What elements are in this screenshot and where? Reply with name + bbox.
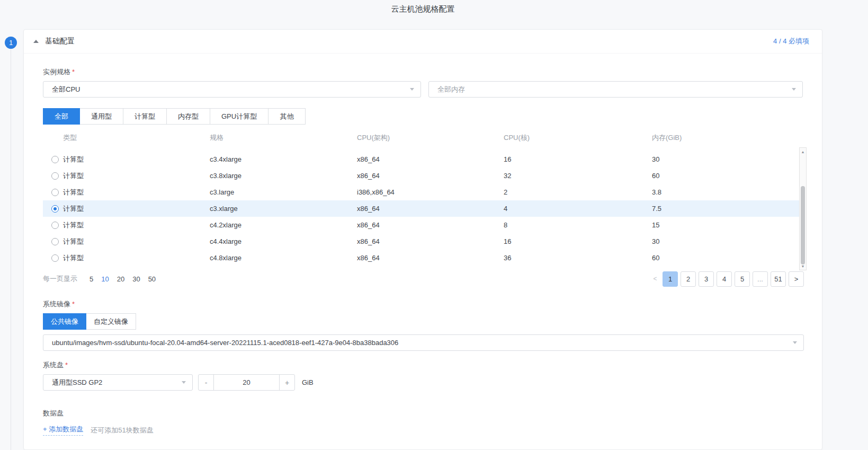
spec-cell: c4.4xlarge	[210, 237, 357, 245]
chevron-down-icon	[410, 88, 414, 91]
radio-button[interactable]	[51, 156, 59, 163]
radio-button[interactable]	[51, 254, 59, 262]
radio-button[interactable]	[51, 238, 59, 245]
system-image-label-text: 系统镜像	[43, 300, 70, 308]
table-column-header: 规格	[210, 133, 357, 143]
section-title: 基础配置	[45, 37, 75, 46]
pagination-ellipsis[interactable]: ...	[753, 271, 768, 287]
spec-tab-3[interactable]: 内存型	[167, 108, 210, 125]
table-row[interactable]: 计算型c3.largei386,x86_6423.8	[43, 184, 799, 200]
spec-filters: 全部CPU 全部内存	[43, 81, 803, 98]
table-column-header: CPU(核)	[504, 133, 652, 143]
spec-tab-2[interactable]: 计算型	[123, 108, 167, 125]
spec-tab-1[interactable]: 通用型	[80, 108, 123, 125]
add-data-disk-link[interactable]: + 添加数据盘	[43, 425, 83, 436]
cpu-cell: 16	[504, 155, 652, 163]
spec-cell: c3.xlarge	[210, 205, 357, 213]
spec-cell: c3.8xlarge	[210, 172, 357, 180]
mem-cell: 30	[652, 237, 799, 245]
system-image-select[interactable]: ubuntu/images/hvm-ssd/ubuntu-focal-20.04…	[43, 334, 804, 351]
pager: <12345...51>	[650, 271, 804, 287]
basic-config-card: 基础配置 4 / 4 必填项 实例规格* 全部CPU 全部内存 全部通用型计算型…	[23, 29, 822, 450]
spec-cell: c3.large	[210, 188, 357, 196]
type-cell: 计算型	[43, 237, 210, 246]
mem-cell: 60	[652, 172, 799, 180]
radio-button[interactable]	[51, 205, 59, 213]
required-asterisk: *	[65, 361, 68, 369]
system-image-label: 系统镜像*	[43, 299, 803, 309]
image-tab-0[interactable]: 公共镜像	[43, 313, 86, 330]
type-value: 计算型	[63, 188, 84, 197]
table-row[interactable]: 计算型c3.xlargex86_6447.5	[43, 200, 799, 217]
data-disk-hint: 还可添加51块数据盘	[91, 426, 153, 435]
disk-size-input[interactable]: 20	[213, 374, 280, 391]
mem-cell: 30	[652, 155, 799, 163]
table-column-header: 内存(GiB)	[652, 133, 799, 143]
chevron-down-icon	[793, 341, 797, 344]
table-row[interactable]: 计算型c3.4xlargex86_641630	[43, 151, 799, 167]
data-disk-label: 数据盘	[43, 409, 803, 418]
pagination-prev[interactable]: <	[650, 275, 660, 283]
page-size-option[interactable]: 20	[117, 275, 124, 283]
spec-cell: c3.4xlarge	[210, 155, 357, 163]
table-row[interactable]: 计算型c4.4xlargex86_641630	[43, 233, 799, 250]
pagination-page[interactable]: 2	[681, 271, 696, 287]
table-row[interactable]: 计算型c3.8xlargex86_643260	[43, 167, 799, 184]
spec-tab-0[interactable]: 全部	[43, 108, 80, 125]
increase-button[interactable]: +	[279, 374, 295, 391]
cpu-cell: 8	[504, 221, 652, 229]
page-size-option[interactable]: 50	[148, 275, 156, 283]
spec-table: 计算型c3.4xlargex86_641630计算型c3.8xlargex86_…	[43, 151, 807, 266]
arch-cell: x86_64	[357, 172, 504, 180]
type-cell: 计算型	[43, 220, 210, 230]
spec-table-header: 类型规格CPU(架构)CPU(核)内存(GiB)	[43, 131, 799, 145]
radio-button[interactable]	[51, 222, 59, 229]
collapse-icon[interactable]	[33, 40, 39, 43]
data-disk-actions: + 添加数据盘 还可添加51块数据盘	[43, 425, 803, 436]
pagination-page[interactable]: 5	[735, 271, 750, 287]
radio-button[interactable]	[51, 189, 59, 196]
type-value: 计算型	[63, 253, 84, 263]
pagination-page[interactable]: 3	[699, 271, 714, 287]
pagination-page[interactable]: 1	[663, 271, 678, 287]
instance-spec-label-text: 实例规格	[43, 68, 70, 76]
table-scrollbar[interactable]: ▲ ▼	[799, 147, 807, 270]
radio-button[interactable]	[51, 172, 59, 180]
step-number-badge: 1	[5, 37, 17, 49]
scroll-up-icon[interactable]: ▲	[800, 148, 806, 155]
cloud-host-spec-page: { "page": { "title": "云主机池规格配置" }, "sect…	[0, 0, 868, 450]
page-size-option[interactable]: 30	[132, 275, 140, 283]
pagination-page[interactable]: 4	[717, 271, 732, 287]
scroll-down-icon[interactable]: ▼	[800, 263, 806, 269]
cpu-cell: 4	[504, 205, 652, 213]
memory-filter-select[interactable]: 全部内存	[428, 81, 803, 98]
spec-tab-4[interactable]: GPU计算型	[210, 108, 269, 125]
pagination-next[interactable]: >	[789, 271, 804, 287]
image-tab-1[interactable]: 自定义镜像	[86, 313, 136, 330]
type-cell: 计算型	[43, 188, 210, 197]
mem-cell: 60	[652, 254, 799, 262]
table-column-header: 类型	[43, 133, 210, 143]
spec-type-tabs: 全部通用型计算型内存型GPU计算型其他	[43, 108, 803, 125]
arch-cell: x86_64	[357, 254, 504, 262]
page-title: 云主机池规格配置	[23, 4, 822, 14]
decrease-button[interactable]: -	[198, 374, 214, 391]
spec-tab-5[interactable]: 其他	[269, 108, 306, 125]
scrollbar-thumb[interactable]	[801, 186, 805, 264]
page-size-option[interactable]: 5	[90, 275, 93, 283]
pagination-page[interactable]: 51	[771, 271, 786, 287]
table-row[interactable]: 计算型c4.8xlargex86_643660	[43, 250, 799, 266]
arch-cell: x86_64	[357, 205, 504, 213]
table-column-header: CPU(架构)	[357, 133, 504, 143]
disk-type-select[interactable]: 通用型SSD GP2	[43, 374, 193, 391]
type-cell: 计算型	[43, 155, 210, 164]
table-row[interactable]: 计算型c4.2xlargex86_64815	[43, 217, 799, 233]
cpu-filter-select[interactable]: 全部CPU	[43, 81, 421, 98]
required-asterisk: *	[72, 300, 75, 308]
type-cell: 计算型	[43, 253, 210, 263]
chevron-down-icon	[792, 88, 796, 91]
page-size-selector: 每一页显示 510203050	[43, 274, 156, 284]
cpu-filter-value: 全部CPU	[52, 85, 80, 94]
arch-cell: x86_64	[357, 221, 504, 229]
page-size-option[interactable]: 10	[101, 275, 109, 283]
